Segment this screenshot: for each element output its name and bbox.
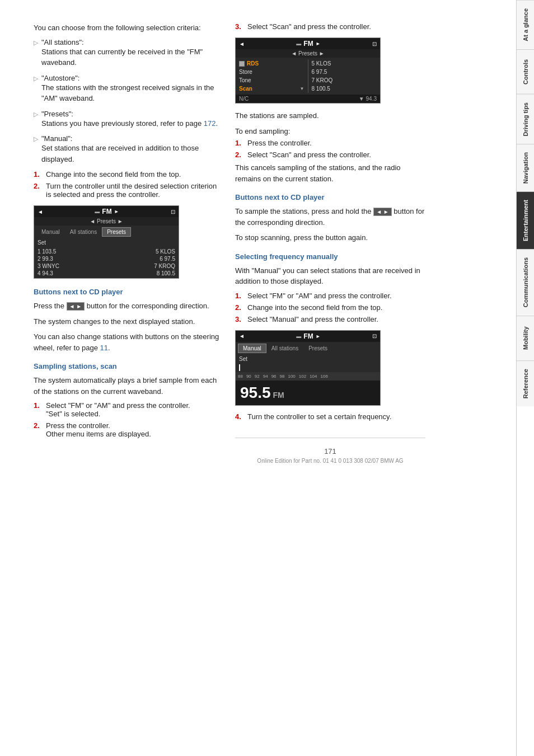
step-num-1: 1. [34, 170, 43, 179]
bullet-desc: Stations that can currently be received … [41, 48, 203, 67]
tab-manual-3[interactable]: Manual [238, 344, 266, 353]
sidebar-item-entertainment[interactable]: Entertainment [517, 191, 534, 249]
manual-freq-text: With "Manual" you can select stations th… [235, 265, 425, 287]
screen-tabs-3: Manual All stations Presets [236, 342, 380, 355]
presets-label-1: ◄ Presets ► [90, 218, 123, 224]
screen-icon-2: ⊡ [372, 41, 377, 47]
section-heading-manual-freq: Selecting frequency manually [235, 252, 425, 261]
sampling-step-text-2: Press the controller. [46, 421, 110, 430]
manual-step-text-2: Change into the second field from the to… [247, 303, 382, 312]
manual-step-1: 1. Select "FM" or "AM" and press the con… [235, 292, 425, 300]
battery-icon-2: ▬ [296, 41, 301, 46]
bullet-manual: ▷ "Manual": Set stations that are receiv… [34, 134, 224, 165]
stop-scanning-text: To stop scanning, press the button again… [235, 232, 425, 243]
bullet-list: ▷ "All stations": Stations that can curr… [34, 38, 224, 165]
scan-channel-1: 5 KLOS [311, 59, 378, 68]
freq-cursor-indicator [239, 364, 240, 371]
sidebar-item-navigation[interactable]: Navigation [517, 144, 534, 191]
screen-bottom-row: N/C ▼ 94.3 [236, 95, 380, 103]
tab-presets-1[interactable]: Presets [102, 227, 131, 237]
sidebar-item-reference[interactable]: Reference [517, 360, 534, 406]
bullet-autostore: ▷ "Autostore": The stations with the str… [34, 74, 224, 104]
bullet-all-stations: ▷ "All stations": Stations that can curr… [34, 38, 224, 68]
page-footnote: Online Edition for Part no. 01 41 0 013 … [235, 458, 425, 464]
sampling-step-note-1: "Set" is selected. [46, 410, 100, 418]
bullet-arrow-3: ▷ [34, 111, 38, 129]
scale-100: 100 [288, 374, 295, 379]
scale-98: 98 [280, 374, 285, 379]
tab-all-stations-3[interactable]: All stations [266, 344, 303, 353]
bottom-left: N/C [239, 96, 249, 102]
freq-value: 95.5 [240, 384, 271, 402]
sidebar-item-driving-tips[interactable]: Driving tips [517, 94, 534, 144]
sidebar-item-mobility[interactable]: Mobility [517, 316, 534, 360]
scan-channel-4: 8 100.5 [311, 84, 378, 93]
scale-106: 106 [321, 374, 328, 379]
scale-92: 92 [255, 374, 260, 379]
right-step-text-3: Select "Scan" and press the controller. [247, 22, 371, 31]
rds-label: RDS [247, 60, 259, 67]
bottom-right: ▼ 94.3 [359, 96, 377, 102]
tone-label: Tone [239, 77, 251, 83]
right-step-3: 3. Select "Scan" and press the controlle… [235, 22, 425, 31]
presets-label-2: ◄ Presets ► [291, 50, 324, 57]
screen-top-bar-1: ◄ ▬ FM ► ⊡ [34, 206, 179, 217]
left-column: You can choose from the following select… [34, 22, 224, 734]
top-bar-left-arrow: ◄ [38, 209, 43, 215]
top-bar-right-arrow-2: ► [316, 41, 321, 46]
scan-label: Scan [239, 86, 252, 92]
tab-all-stations-1[interactable]: All stations [65, 227, 102, 237]
buttons-cd-text2-left: The system changes to the next displayed… [34, 316, 224, 327]
cursor-container [236, 363, 380, 372]
rds-checkbox [239, 61, 245, 67]
bullet-presets: ▷ "Presets": Stations you have previousl… [34, 110, 224, 129]
bullet-desc-4: Set stations that are received in additi… [41, 144, 199, 163]
buttons-cd-text3-left: You can also change stations with button… [34, 331, 224, 353]
screen-row-3: 3 WNYC7 KROQ [38, 262, 175, 270]
bullet-arrow-2: ▷ [34, 75, 38, 104]
end-sampling-heading: To end sampling: [235, 126, 425, 137]
manual-step-num-2: 2. [235, 303, 244, 312]
battery-icon-3: ▬ [296, 334, 301, 339]
screen-2: ◄ ▬ FM ► ⊡ ◄ Presets ► [235, 37, 381, 104]
tab-manual-1[interactable]: Manual [36, 227, 65, 237]
scan-row-store: Store [238, 68, 306, 76]
manual-step-text-3: Select "Manual" and press the controller… [247, 315, 378, 323]
scan-channel-3: 7 KROQ [311, 76, 378, 84]
bullet-term-2: "Autostore": [41, 74, 80, 82]
presets-bar-2: ◄ Presets ► [236, 49, 380, 58]
scale-94: 94 [263, 374, 268, 379]
scan-right-channels: 5 KLOS 6 97.5 7 KROQ 8 100.5 [311, 59, 378, 93]
top-bar-left-arrow-2: ◄ [239, 41, 245, 47]
bullet-arrow-4: ▷ [34, 135, 38, 165]
scale-102: 102 [299, 374, 306, 379]
intro-text: You can choose from the following select… [34, 22, 224, 34]
scale-96: 96 [271, 374, 277, 379]
sidebar-item-at-a-glance[interactable]: At a glance [517, 0, 534, 49]
set-label-1: Set [34, 238, 179, 247]
screen-1: ◄ ▬ FM ► ⊡ ◄ Presets ► Manual All statio… [34, 205, 179, 279]
sampling-step-note-2: Other menu items are displayed. [46, 430, 151, 438]
cd-button-right: ◄ ► [373, 208, 392, 216]
link-172[interactable]: 172 [204, 119, 216, 128]
section-heading-buttons-cd-left: Buttons next to CD player [34, 288, 224, 296]
bullet-desc-3: Stations you have previously stored, ref… [41, 119, 218, 128]
sampling-step-1: 1. Select "FM" or "AM" and press the con… [34, 401, 224, 418]
scan-content: RDS Store Tone Scan ▼ [236, 58, 380, 95]
bullet-term: "All stations": [41, 38, 84, 46]
step-num-2: 2. [34, 182, 43, 199]
manual-step-text-1: Select "FM" or "AM" and press the contro… [247, 292, 392, 300]
fm-label-1: FM [102, 208, 111, 215]
sidebar-item-controls[interactable]: Controls [517, 49, 534, 94]
sidebar-item-communications[interactable]: Communications [517, 249, 534, 315]
screen-top-bar-3: ◄ ▬ FM ► ⊡ [236, 331, 380, 342]
tab-presets-3[interactable]: Presets [303, 344, 332, 353]
step-2: 2. Turn the controller until the desired… [34, 182, 224, 199]
buttons-cd-text-left: Press the ◄ ► button for the correspondi… [34, 300, 224, 312]
link-11[interactable]: 11 [100, 344, 108, 352]
fm-label-3: FM [303, 332, 313, 340]
manual-step-num-3: 3. [235, 315, 244, 323]
side-tabs: At a glance Controls Driving tips Naviga… [516, 0, 534, 756]
right-step-text-4: Turn the controller to set a certain fre… [247, 412, 391, 421]
sampling-step-num-1: 1. [34, 401, 43, 418]
